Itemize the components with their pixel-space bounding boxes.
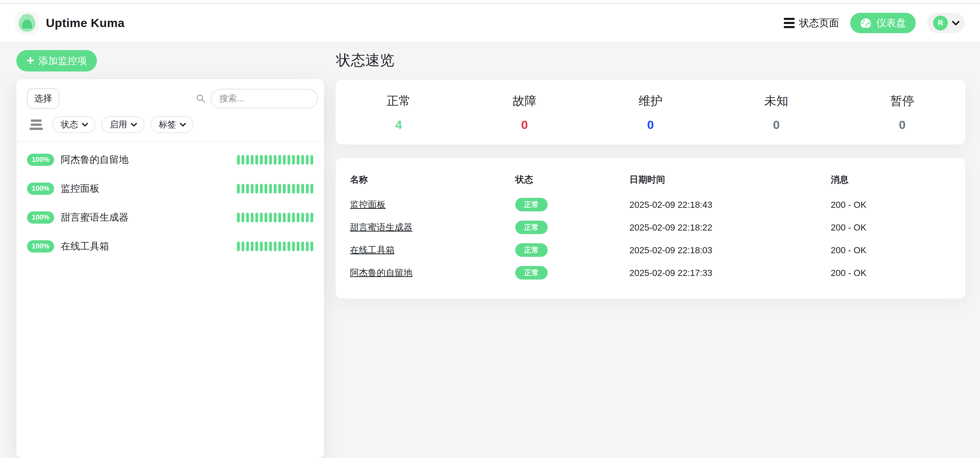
chevron-down-icon — [952, 18, 959, 26]
speedometer-icon — [860, 18, 872, 28]
monitor-link[interactable]: 在线工具箱 — [350, 245, 395, 255]
cell-datetime: 2025-02-09 22:18:03 — [630, 239, 831, 262]
stat-value: 0 — [587, 118, 713, 132]
heartbeat-tick — [260, 213, 263, 222]
heartbeat-tick — [246, 213, 249, 222]
table-body: 监控面板正常2025-02-09 22:18:43200 - OK甜言蜜语生成器… — [350, 193, 951, 284]
stat-label: 故障 — [462, 93, 588, 109]
table-row: 在线工具箱正常2025-02-09 22:18:03200 - OK — [350, 239, 951, 262]
monitor-list-item[interactable]: 100%阿杰鲁的自留地 — [16, 145, 324, 174]
cell-message: 200 - OK — [831, 216, 951, 239]
brand[interactable]: Uptime Kuma — [15, 11, 124, 35]
recent-events-table: 名称状态日期时间消息 监控面板正常2025-02-09 22:18:43200 … — [350, 169, 951, 284]
heartbeat-tick — [310, 241, 313, 251]
heartbeat-tick — [288, 155, 290, 165]
heartbeat-tick — [242, 155, 244, 165]
monitor-list-card: 选择 状态启用标签 100%阿杰鲁的自留地100%监控面板100%甜言蜜语生成器… — [16, 79, 324, 458]
heartbeat-tick — [251, 241, 253, 251]
heartbeat-tick — [246, 155, 249, 165]
heartbeat-tick — [255, 155, 258, 165]
cell-message: 200 - OK — [831, 239, 951, 262]
heartbeat-tick — [255, 241, 258, 251]
search-input[interactable] — [211, 89, 318, 108]
heartbeat-tick — [283, 241, 286, 251]
stat-value: 0 — [839, 118, 965, 132]
monitor-list-item[interactable]: 100%在线工具箱 — [16, 232, 324, 261]
quick-stats-card: 正常4故障0维护0未知0暂停0 — [336, 80, 965, 145]
search-icon — [196, 94, 205, 104]
filter-dropdown-tags[interactable]: 标签 — [151, 116, 193, 133]
heartbeat-tick — [242, 184, 244, 193]
heartbeat-bar — [237, 213, 313, 222]
cell-message: 200 - OK — [831, 193, 951, 216]
heartbeat-tick — [264, 241, 267, 251]
filter-dropdown-status[interactable]: 状态 — [52, 116, 95, 133]
heartbeat-tick — [274, 155, 277, 165]
heartbeat-tick — [260, 241, 263, 251]
heartbeat-tick — [297, 241, 299, 251]
search-group — [196, 89, 318, 108]
monitor-link[interactable]: 甜言蜜语生成器 — [350, 222, 412, 232]
monitor-name: 甜言蜜语生成器 — [61, 211, 237, 224]
heartbeat-tick — [246, 241, 249, 251]
add-monitor-button[interactable]: + 添加监控项 — [16, 50, 97, 72]
heartbeat-tick — [255, 184, 258, 193]
cell-datetime: 2025-02-09 22:18:22 — [630, 216, 831, 239]
heartbeat-tick — [283, 184, 286, 193]
app-title: Uptime Kuma — [46, 16, 124, 30]
filter-label: 启用 — [110, 119, 127, 131]
heartbeat-tick — [306, 213, 309, 222]
add-monitor-label: 添加监控项 — [38, 54, 87, 67]
filter-label: 标签 — [159, 119, 176, 131]
stat-up: 正常4 — [336, 93, 462, 132]
heartbeat-tick — [283, 213, 286, 222]
stat-label: 正常 — [336, 93, 462, 109]
uptime-badge: 100% — [27, 211, 54, 223]
heartbeat-tick — [274, 213, 277, 222]
heartbeat-tick — [251, 155, 253, 165]
heartbeat-tick — [269, 241, 272, 251]
table-row: 监控面板正常2025-02-09 22:18:43200 - OK — [350, 193, 951, 216]
dashboard-button[interactable]: 仪表盘 — [850, 13, 916, 33]
header-actions: 状态页面 仪表盘 R — [784, 13, 965, 33]
heartbeat-tick — [292, 213, 295, 222]
monitor-link[interactable]: 阿杰鲁的自留地 — [350, 268, 412, 278]
heartbeat-tick — [251, 184, 253, 193]
heartbeat-tick — [288, 241, 290, 251]
nav-status-pages[interactable]: 状态页面 — [784, 16, 839, 30]
heartbeat-tick — [288, 213, 290, 222]
filter-dropdown-active[interactable]: 启用 — [102, 116, 144, 133]
stat-label: 未知 — [713, 93, 840, 109]
monitor-list-item[interactable]: 100%监控面板 — [16, 174, 324, 203]
heartbeat-tick — [278, 213, 281, 222]
heartbeat-tick — [237, 213, 240, 222]
cell-name: 在线工具箱 — [350, 239, 515, 262]
heartbeat-tick — [306, 155, 309, 165]
filter-label: 状态 — [61, 119, 78, 131]
heartbeat-tick — [264, 213, 267, 222]
monitor-name: 监控面板 — [61, 182, 237, 195]
monitor-list-item[interactable]: 100%甜言蜜语生成器 — [16, 203, 324, 232]
stat-label: 暂停 — [839, 93, 965, 109]
heartbeat-tick — [260, 184, 263, 193]
heartbeat-tick — [264, 184, 267, 193]
table-header-cell: 名称 — [350, 169, 515, 193]
monitor-link[interactable]: 监控面板 — [350, 199, 386, 209]
status-badge: 正常 — [515, 220, 548, 234]
chevron-down-icon — [82, 120, 88, 127]
table-row: 阿杰鲁的自留地正常2025-02-09 22:17:33200 - OK — [350, 262, 951, 284]
heartbeat-tick — [246, 184, 249, 193]
heartbeat-tick — [310, 184, 313, 193]
cell-name: 阿杰鲁的自留地 — [350, 262, 515, 284]
cell-status: 正常 — [515, 193, 630, 216]
monitor-name: 阿杰鲁的自留地 — [61, 153, 237, 166]
user-menu[interactable]: R — [927, 13, 965, 33]
uptime-kuma-app: Uptime Kuma 状态页面 仪表盘 R — [0, 0, 980, 458]
monitor-toolbar: 选择 — [16, 79, 324, 113]
stat-value: 0 — [713, 118, 840, 132]
filter-icon[interactable] — [30, 120, 43, 130]
select-button[interactable]: 选择 — [27, 88, 59, 109]
heartbeat-tick — [237, 184, 240, 193]
main-content: 状态速览 正常4故障0维护0未知0暂停0 名称状态日期时间消息 监控面板正常20… — [336, 50, 965, 298]
cell-status: 正常 — [515, 262, 630, 284]
